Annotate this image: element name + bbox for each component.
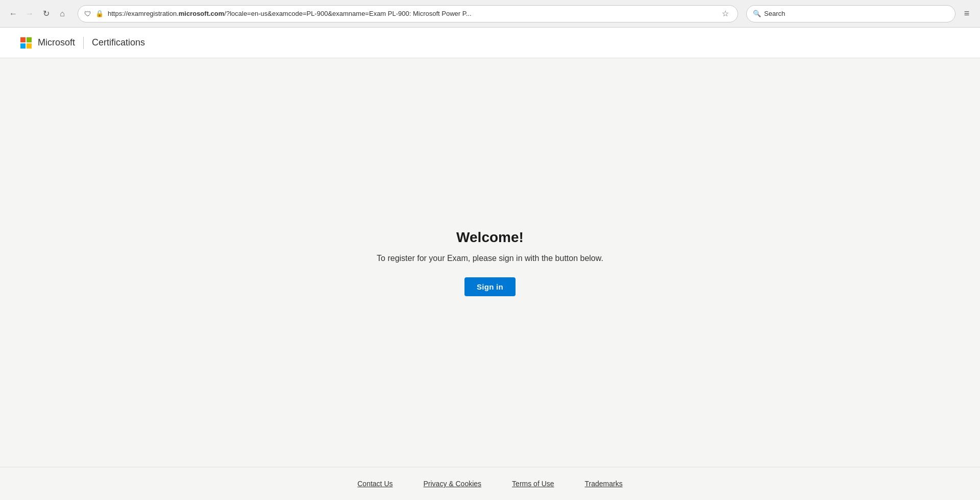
search-icon: 🔍 bbox=[753, 10, 761, 17]
welcome-heading: Welcome! bbox=[377, 229, 603, 246]
logo-yellow bbox=[27, 43, 32, 49]
browser-menu-button[interactable]: ≡ bbox=[960, 7, 974, 21]
contact-us-link[interactable]: Contact Us bbox=[357, 480, 393, 488]
site-header: Microsoft Certifications bbox=[0, 28, 980, 58]
microsoft-logo bbox=[20, 37, 32, 49]
search-label: Search bbox=[764, 10, 785, 17]
site-title: Certifications bbox=[92, 37, 145, 48]
shield-icon: 🛡 bbox=[84, 10, 91, 18]
home-button[interactable]: ⌂ bbox=[55, 7, 69, 21]
forward-button[interactable]: → bbox=[22, 7, 37, 21]
nav-buttons: ← → ↻ ⌂ bbox=[6, 7, 69, 21]
page-wrapper: Microsoft Certifications Welcome! To reg… bbox=[0, 28, 980, 500]
refresh-button[interactable]: ↻ bbox=[39, 7, 53, 21]
address-bar[interactable]: 🛡 🔒 https://examregistration.microsoft.c… bbox=[78, 5, 738, 22]
site-footer: Contact Us Privacy & Cookies Terms of Us… bbox=[0, 467, 980, 500]
brand-name: Microsoft bbox=[38, 37, 75, 48]
welcome-card: Welcome! To register for your Exam, plea… bbox=[377, 229, 603, 296]
logo-green bbox=[27, 37, 32, 42]
browser-chrome: ← → ↻ ⌂ 🛡 🔒 https://examregistration.mic… bbox=[0, 0, 980, 28]
microsoft-logo-area: Microsoft bbox=[20, 37, 75, 49]
sign-in-button[interactable]: Sign in bbox=[464, 277, 516, 296]
welcome-subtitle: To register for your Exam, please sign i… bbox=[377, 254, 603, 263]
logo-blue bbox=[20, 43, 26, 49]
privacy-cookies-link[interactable]: Privacy & Cookies bbox=[424, 480, 482, 488]
lock-icon: 🔒 bbox=[95, 10, 104, 17]
search-bar[interactable]: 🔍 Search bbox=[746, 5, 955, 22]
back-button[interactable]: ← bbox=[6, 7, 20, 21]
trademarks-link[interactable]: Trademarks bbox=[585, 480, 623, 488]
terms-of-use-link[interactable]: Terms of Use bbox=[512, 480, 554, 488]
address-text: https://examregistration.microsoft.com/?… bbox=[108, 10, 715, 17]
favorite-button[interactable]: ☆ bbox=[719, 8, 731, 20]
logo-red bbox=[20, 37, 26, 42]
header-divider bbox=[83, 37, 84, 49]
main-content: Welcome! To register for your Exam, plea… bbox=[0, 58, 980, 467]
